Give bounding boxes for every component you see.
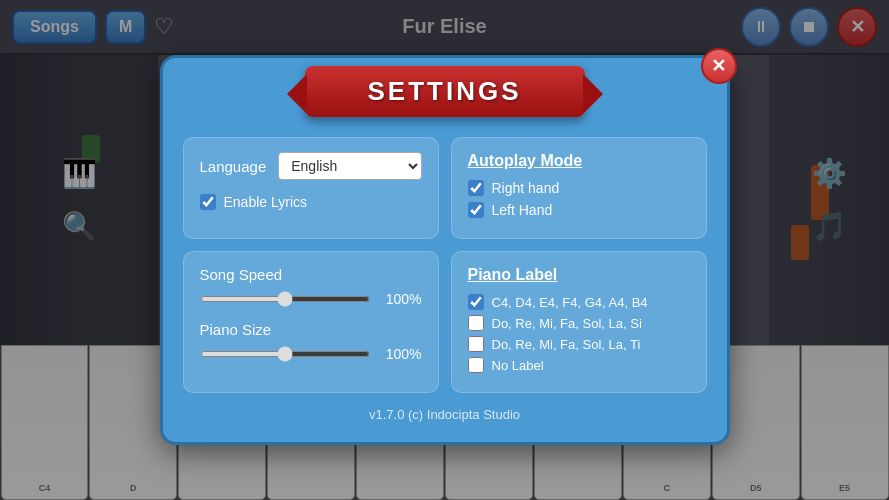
piano-label-option-0: C4, D4, E4, F4, G4, A4, B4	[468, 294, 690, 310]
modal-overlay: ✕ SETTINGS Language English Spanish Fren…	[0, 0, 889, 500]
language-select[interactable]: English Spanish French	[278, 152, 421, 180]
piano-label-title: Piano Label	[468, 266, 690, 284]
autoplay-section: Autoplay Mode Right hand Left Hand	[451, 137, 707, 239]
piano-size-row: 100%	[200, 346, 422, 362]
left-hand-checkbox[interactable]	[468, 202, 484, 218]
piano-size-label: Piano Size	[200, 321, 422, 338]
piano-label-text-2: Do, Re, Mi, Fa, Sol, La, Ti	[492, 337, 641, 352]
piano-size-value: 100%	[380, 346, 422, 362]
song-speed-label: Song Speed	[200, 266, 422, 283]
piano-label-check-0[interactable]	[468, 294, 484, 310]
piano-label-check-1[interactable]	[468, 315, 484, 331]
version-text: v1.7.0 (c) Indocipta Studio	[183, 407, 707, 422]
piano-label-text-1: Do, Re, Mi, Fa, Sol, La, Si	[492, 316, 642, 331]
modal-close-button[interactable]: ✕	[701, 48, 737, 84]
language-label: Language	[200, 158, 267, 175]
autoplay-right-hand: Right hand	[468, 180, 690, 196]
song-speed-row: 100%	[200, 291, 422, 307]
song-speed-value: 100%	[380, 291, 422, 307]
piano-label-option-1: Do, Re, Mi, Fa, Sol, La, Si	[468, 315, 690, 331]
settings-modal: ✕ SETTINGS Language English Spanish Fren…	[160, 55, 730, 445]
right-hand-checkbox[interactable]	[468, 180, 484, 196]
piano-label-text-3: No Label	[492, 358, 544, 373]
enable-lyrics-checkbox[interactable]	[200, 194, 216, 210]
autoplay-title: Autoplay Mode	[468, 152, 690, 170]
piano-size-slider[interactable]	[200, 351, 370, 357]
piano-label-option-2: Do, Re, Mi, Fa, Sol, La, Ti	[468, 336, 690, 352]
settings-banner: SETTINGS	[305, 66, 585, 117]
piano-label-text-0: C4, D4, E4, F4, G4, A4, B4	[492, 295, 648, 310]
enable-lyrics-label: Enable Lyrics	[224, 194, 308, 210]
language-section: Language English Spanish French Enable L…	[183, 137, 439, 239]
right-hand-label: Right hand	[492, 180, 560, 196]
piano-label-check-2[interactable]	[468, 336, 484, 352]
speed-size-section: Song Speed 100% Piano Size 100%	[183, 251, 439, 393]
modal-content: Language English Spanish French Enable L…	[183, 137, 707, 393]
song-speed-slider[interactable]	[200, 296, 370, 302]
enable-lyrics-row: Enable Lyrics	[200, 194, 422, 210]
piano-label-section: Piano Label C4, D4, E4, F4, G4, A4, B4 D…	[451, 251, 707, 393]
piano-label-option-3: No Label	[468, 357, 690, 373]
settings-title: SETTINGS	[367, 76, 521, 106]
language-row: Language English Spanish French	[200, 152, 422, 180]
piano-label-check-3[interactable]	[468, 357, 484, 373]
left-hand-label: Left Hand	[492, 202, 553, 218]
autoplay-left-hand: Left Hand	[468, 202, 690, 218]
